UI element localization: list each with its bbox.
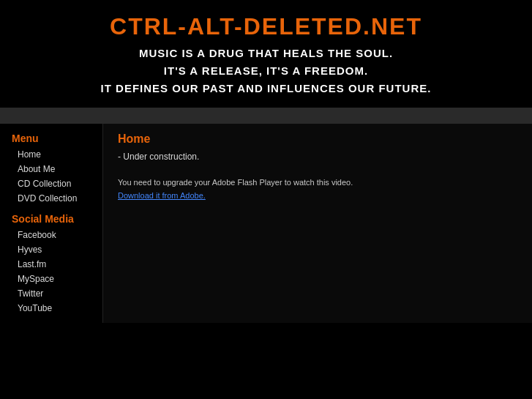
main-page-title: Home bbox=[118, 133, 517, 146]
tagline-line1: MUSIC IS A DRUG THAT HEALS THE SOUL. bbox=[7, 45, 525, 62]
flash-download-link[interactable]: Download it from Adobe. bbox=[118, 191, 206, 200]
tagline-line3: IT DEFINES OUR PAST AND INFLUENCES OUR F… bbox=[7, 80, 525, 97]
site-header: CTRL-ALT-DELETED.NET MUSIC IS A DRUG THA… bbox=[0, 0, 532, 108]
sidebar-item-home[interactable]: Home bbox=[12, 147, 95, 162]
sidebar-item-hyves[interactable]: Hyves bbox=[12, 242, 95, 257]
flash-notice: You need to upgrade your Adobe Flash Pla… bbox=[118, 176, 517, 202]
sidebar-item-lastfm[interactable]: Last.fm bbox=[12, 257, 95, 272]
sidebar-item-dvd-collection[interactable]: DVD Collection bbox=[12, 191, 95, 206]
sidebar-item-twitter[interactable]: Twitter bbox=[12, 286, 95, 301]
sidebar-item-youtube[interactable]: YouTube bbox=[12, 301, 95, 316]
nav-bar bbox=[0, 108, 532, 124]
menu-section-title: Menu bbox=[12, 133, 95, 144]
site-title: CTRL-ALT-DELETED.NET bbox=[7, 13, 525, 40]
tagline-line2: IT'S A RELEASE, IT'S A FREEDOM. bbox=[7, 62, 525, 80]
sidebar-item-cd-collection[interactable]: CD Collection bbox=[12, 176, 95, 191]
sidebar-item-about-me[interactable]: About Me bbox=[12, 162, 95, 176]
sidebar-item-facebook[interactable]: Facebook bbox=[12, 228, 95, 242]
sidebar: Menu Home About Me CD Collection DVD Col… bbox=[0, 124, 102, 323]
tagline: MUSIC IS A DRUG THAT HEALS THE SOUL. IT'… bbox=[7, 45, 525, 97]
under-construction-text: - Under construction. bbox=[118, 152, 517, 162]
content-wrapper: Menu Home About Me CD Collection DVD Col… bbox=[0, 124, 532, 323]
flash-notice-text: You need to upgrade your Adobe Flash Pla… bbox=[118, 176, 517, 190]
main-content: Home - Under construction. You need to u… bbox=[102, 124, 532, 323]
sidebar-item-myspace[interactable]: MySpace bbox=[12, 272, 95, 286]
social-media-section-title: Social Media bbox=[12, 213, 95, 225]
